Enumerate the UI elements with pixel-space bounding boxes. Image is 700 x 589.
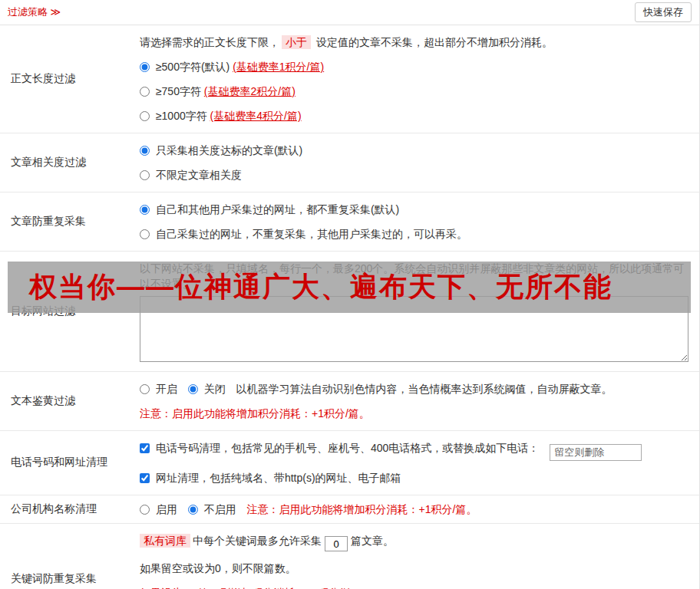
length-option-750[interactable]: ≥750字符 (基础费率2积分/篇): [140, 84, 688, 99]
porn-off-label: 关闭: [204, 383, 226, 395]
section-content-porn-filter: 开启 关闭 以机器学习算法自动识别色情内容，当色情概率达到系统阈值，自动屏蔽文章…: [130, 372, 699, 430]
section-relevance-filter: 文章相关度过滤 只采集相关度达标的文章(默认) 不限定文章相关度: [0, 133, 699, 192]
relevance-option-strict[interactable]: 只采集相关度达标的文章(默认): [140, 143, 688, 158]
dedup-self-label: 自己采集过的网址，不重复采集，其他用户采集过的，可以再采。: [156, 228, 467, 240]
company-cost-note: 注意：启用此功能将增加积分消耗：+1积分/篇。: [247, 503, 477, 515]
keyword-note-zero: 如果留空或设为0，则不限篇数。: [140, 561, 688, 576]
phone-cleanup-option[interactable]: 电话号码清理，包括常见的手机号、座机号、400电话格式，或替换成如下电话：: [140, 442, 542, 454]
length-filter-description: 请选择需求的正文长度下限，小于 设定值的文章不采集，超出部分不增加积分消耗。: [140, 35, 688, 50]
filter-settings-page: 过滤策略 ≫ 快速保存 正文长度过滤 请选择需求的正文长度下限，小于 设定值的文…: [0, 0, 700, 589]
url-cleanup-checkbox[interactable]: [140, 473, 150, 483]
watermark-overlay: 权当你——位神通广大、遍布天下、无所不能: [8, 262, 691, 313]
keyword-limit-row: 私有词库中每个关键词最多允许采集篇文章。: [140, 533, 688, 552]
length-500-radio[interactable]: [140, 62, 150, 72]
section-content-body-length: 请选择需求的正文长度下限，小于 设定值的文章不采集，超出部分不增加积分消耗。 ≥…: [130, 25, 699, 133]
company-enable-label: 启用: [156, 503, 177, 515]
section-company-cleanup: 公司机构名称清理 启用 不启用 注意：启用此功能将增加积分消耗：+1积分/篇。: [0, 495, 699, 524]
length-1000-label: ≥1000字符: [156, 110, 210, 122]
section-phone-url-cleanup: 电话号码和网址清理 电话号码清理，包括常见的手机号、座机号、400电话格式，或替…: [0, 431, 699, 495]
company-enable-radio[interactable]: [140, 505, 150, 515]
watermark-text: 权当你——位神通广大、遍布天下、无所不能: [29, 268, 612, 306]
relevance-strict-radio[interactable]: [140, 146, 150, 156]
section-content-dedup: 自己和其他用户采集过的网址，都不重复采集(默认) 自己采集过的网址，不重复采集，…: [130, 192, 699, 251]
length-option-1000[interactable]: ≥1000字符 (基础费率4积分/篇): [140, 108, 688, 123]
private-lexicon-highlight: 私有词库: [140, 534, 190, 548]
phone-cleanup-row: 电话号码清理，包括常见的手机号、座机号、400电话格式，或替换成如下电话：: [140, 440, 688, 461]
keyword-max-count-input[interactable]: [325, 536, 348, 551]
phone-cleanup-checkbox[interactable]: [140, 443, 150, 453]
section-label-phone-url: 电话号码和网址清理: [0, 431, 130, 495]
porn-filter-on-option[interactable]: 开启: [140, 383, 180, 395]
desc-text-before: 请选择需求的正文长度下限，: [140, 36, 279, 48]
length-option-500[interactable]: ≥500字符(默认) (基础费率1积分/篇): [140, 59, 688, 74]
company-disable-radio[interactable]: [188, 505, 198, 515]
less-than-highlight: 小于: [282, 35, 311, 49]
section-content-phone-url: 电话号码清理，包括常见的手机号、座机号、400电话格式，或替换成如下电话： 网址…: [130, 431, 699, 495]
length-750-label: ≥750字符: [156, 85, 204, 97]
url-cleanup-row: 网址清理，包括纯域名、带http(s)的网址、电子邮箱: [140, 470, 688, 485]
section-label-porn-filter: 文本鉴黄过滤: [0, 372, 130, 430]
porn-off-radio[interactable]: [188, 384, 198, 394]
page-header: 过滤策略 ≫ 快速保存: [0, 0, 699, 25]
porn-filter-off-option[interactable]: 关闭: [188, 383, 229, 395]
url-cleanup-label: 网址清理，包括纯域名、带http(s)的网址、电子邮箱: [156, 472, 401, 484]
porn-on-radio[interactable]: [140, 384, 150, 394]
replacement-phone-input[interactable]: [550, 444, 642, 461]
length-500-label: ≥500字符(默认): [156, 61, 233, 73]
dedup-global-radio[interactable]: [140, 205, 150, 215]
porn-filter-description: 以机器学习算法自动识别色情内容，当色情概率达到系统阈值，自动屏蔽文章。: [236, 383, 612, 395]
dedup-self-radio[interactable]: [140, 229, 150, 239]
dedup-option-global[interactable]: 自己和其他用户采集过的网址，都不重复采集(默认): [140, 202, 688, 217]
phone-cleanup-label: 电话号码清理，包括常见的手机号、座机号、400电话格式，或替换成如下电话：: [156, 442, 539, 454]
relevance-any-radio[interactable]: [140, 170, 150, 180]
keyword-limit-text: 中每个关键词最多允许采集: [193, 535, 322, 547]
section-content-keyword: 私有词库中每个关键词最多允许采集篇文章。 如果留空或设为0，则不限篇数。 如果设…: [130, 524, 699, 589]
section-body-length-filter: 正文长度过滤 请选择需求的正文长度下限，小于 设定值的文章不采集，超出部分不增加…: [0, 25, 699, 133]
keyword-note-cost: 如果设为1-4篇，则增加积分消耗：+2积分/篇。: [140, 585, 688, 589]
desc-text-after: 设定值的文章不采集，超出部分不增加积分消耗。: [313, 36, 553, 48]
dedup-option-self[interactable]: 自己采集过的网址，不重复采集，其他用户采集过的，可以再采。: [140, 226, 688, 242]
section-dedup-filter: 文章防重复采集 自己和其他用户采集过的网址，都不重复采集(默认) 自己采集过的网…: [0, 192, 699, 252]
section-label-body-length: 正文长度过滤: [0, 25, 130, 133]
section-content-relevance: 只采集相关度达标的文章(默认) 不限定文章相关度: [130, 133, 699, 192]
company-disable-label: 不启用: [204, 503, 236, 515]
length-500-rate-note: (基础费率1积分/篇): [233, 61, 324, 73]
length-750-radio[interactable]: [140, 87, 150, 97]
length-1000-rate-note: (基础费率4积分/篇): [210, 110, 302, 122]
section-label-keyword: 关键词防重复采集: [0, 524, 130, 589]
section-content-company: 启用 不启用 注意：启用此功能将增加积分消耗：+1积分/篇。: [130, 495, 699, 523]
quick-save-button[interactable]: 快速保存: [635, 2, 692, 22]
relevance-option-any[interactable]: 不限定文章相关度: [140, 167, 688, 183]
section-label-relevance: 文章相关度过滤: [0, 133, 130, 192]
length-1000-radio[interactable]: [140, 111, 150, 121]
dedup-global-label: 自己和其他用户采集过的网址，都不重复采集(默认): [156, 203, 399, 216]
section-label-dedup: 文章防重复采集: [0, 192, 130, 251]
page-title[interactable]: 过滤策略 ≫: [8, 5, 61, 19]
length-750-rate-note: (基础费率2积分/篇): [204, 85, 296, 97]
porn-on-label: 开启: [156, 383, 177, 395]
company-enable-option[interactable]: 启用: [140, 503, 180, 515]
section-label-company: 公司机构名称清理: [0, 495, 130, 523]
porn-filter-cost-note: 注意：启用此功能将增加积分消耗：+1积分/篇。: [140, 406, 688, 421]
section-keyword-dedup: 关键词防重复采集 私有词库中每个关键词最多允许采集篇文章。 如果留空或设为0，则…: [0, 524, 699, 589]
porn-filter-options-row: 开启 关闭 以机器学习算法自动识别色情内容，当色情概率达到系统阈值，自动屏蔽文章…: [140, 381, 688, 397]
company-disable-option[interactable]: 不启用: [188, 503, 239, 515]
section-porn-filter: 文本鉴黄过滤 开启 关闭 以机器学习算法自动识别色情内容，当色情概率达到系统阈值…: [0, 372, 699, 431]
relevance-any-label: 不限定文章相关度: [156, 169, 242, 181]
keyword-limit-text-end: 篇文章。: [351, 535, 394, 547]
url-cleanup-option[interactable]: 网址清理，包括纯域名、带http(s)的网址、电子邮箱: [140, 472, 401, 484]
relevance-strict-label: 只采集相关度达标的文章(默认): [156, 144, 302, 156]
